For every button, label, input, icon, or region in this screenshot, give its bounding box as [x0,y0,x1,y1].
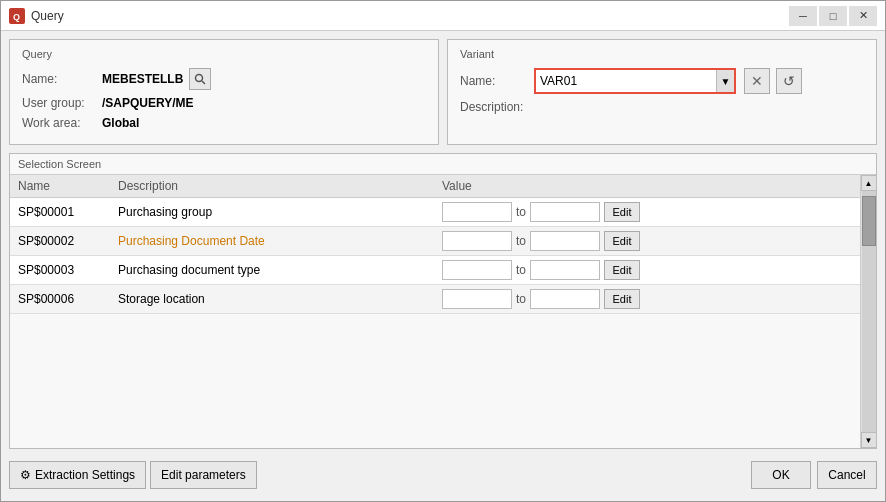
value-from-input[interactable] [442,260,512,280]
value-to-input[interactable] [530,231,600,251]
edit-button[interactable]: Edit [604,289,640,309]
extraction-settings-label: Extraction Settings [35,468,135,482]
description-row: Description: [460,100,864,114]
svg-text:Q: Q [13,12,20,22]
edit-button[interactable]: Edit [604,231,640,251]
variant-name-label: Name: [460,74,530,88]
row-description: Purchasing Document Date [110,227,434,256]
bottom-left-buttons: ⚙ Extraction Settings Edit parameters [9,461,257,489]
ok-button[interactable]: OK [751,461,811,489]
edit-parameters-button[interactable]: Edit parameters [150,461,257,489]
svg-point-2 [196,75,203,82]
row-name: SP$00006 [10,285,110,314]
to-label: to [516,292,526,306]
user-group-label: User group: [22,96,102,110]
col-header-description: Description [110,175,434,198]
table-row: SP$00006Storage location to Edit [10,285,860,314]
edit-parameters-label: Edit parameters [161,468,246,482]
col-header-value: Value [434,175,860,198]
extraction-settings-button[interactable]: ⚙ Extraction Settings [9,461,146,489]
row-description: Storage location [110,285,434,314]
to-label: to [516,234,526,248]
title-bar: Q Query ─ □ ✕ [1,1,885,31]
value-from-input[interactable] [442,289,512,309]
value-group: to Edit [442,289,852,309]
scrollbar[interactable]: ▲ ▼ [860,175,876,448]
selection-table: Name Description Value SP$00001Purchasin… [10,175,860,314]
value-to-input[interactable] [530,289,600,309]
refresh-icon: ↺ [783,73,795,89]
to-label: to [516,263,526,277]
work-area-label: Work area: [22,116,102,130]
value-from-input[interactable] [442,231,512,251]
work-area-row: Work area: Global [22,116,426,130]
window-body: Query Name: MEBESTELLB User group: /SAPQ… [1,31,885,501]
value-group: to Edit [442,260,852,280]
clear-icon: ✕ [751,73,763,89]
row-description: Purchasing group [110,198,434,227]
value-to-input[interactable] [530,202,600,222]
value-group: to Edit [442,231,852,251]
user-group-value: /SAPQUERY/ME [102,96,194,110]
row-value: to Edit [434,227,860,256]
cancel-button[interactable]: Cancel [817,461,877,489]
table-row: SP$00002Purchasing Document Date to Edit [10,227,860,256]
variant-dropdown-button[interactable]: ▼ [716,70,734,92]
query-panel: Query Name: MEBESTELLB User group: /SAPQ… [9,39,439,145]
variant-panel: Variant Name: ▼ ✕ ↺ [447,39,877,145]
chevron-down-icon: ▼ [721,76,731,87]
scroll-track [862,191,876,432]
window-controls: ─ □ ✕ [789,6,877,26]
name-row: Name: MEBESTELLB [22,68,426,90]
row-value: to Edit [434,256,860,285]
window-icon: Q [9,8,25,24]
row-name: SP$00001 [10,198,110,227]
query-panel-title: Query [22,48,426,60]
maximize-button[interactable]: □ [819,6,847,26]
value-to-input[interactable] [530,260,600,280]
variant-clear-button[interactable]: ✕ [744,68,770,94]
edit-button[interactable]: Edit [604,260,640,280]
table-with-scroll: Name Description Value SP$00001Purchasin… [10,175,876,448]
close-button[interactable]: ✕ [849,6,877,26]
selection-screen-title: Selection Screen [10,154,876,175]
gear-icon: ⚙ [20,468,31,482]
search-icon [194,73,206,85]
name-label: Name: [22,72,102,86]
value-from-input[interactable] [442,202,512,222]
row-value: to Edit [434,285,860,314]
variant-refresh-button[interactable]: ↺ [776,68,802,94]
description-label: Description: [460,100,530,114]
table-row: SP$00003Purchasing document type to Edit [10,256,860,285]
variant-name-row: Name: ▼ ✕ ↺ [460,68,864,94]
row-name: SP$00003 [10,256,110,285]
bottom-bar: ⚙ Extraction Settings Edit parameters OK… [9,457,877,493]
work-area-value: Global [102,116,139,130]
edit-button[interactable]: Edit [604,202,640,222]
top-panels: Query Name: MEBESTELLB User group: /SAPQ… [9,39,877,145]
scroll-down-button[interactable]: ▼ [861,432,877,448]
row-name: SP$00002 [10,227,110,256]
variant-select-wrapper: ▼ [534,68,736,94]
svg-line-3 [202,81,205,84]
table-row: SP$00001Purchasing group to Edit [10,198,860,227]
value-group: to Edit [442,202,852,222]
query-search-button[interactable] [189,68,211,90]
selection-screen-panel: Selection Screen Name Description Value … [9,153,877,449]
table-area: Name Description Value SP$00001Purchasin… [10,175,860,448]
user-group-row: User group: /SAPQUERY/ME [22,96,426,110]
row-value: to Edit [434,198,860,227]
window-title: Query [31,9,789,23]
variant-panel-title: Variant [460,48,864,60]
variant-name-input[interactable] [536,72,716,90]
row-description: Purchasing document type [110,256,434,285]
col-header-name: Name [10,175,110,198]
table-header-row: Name Description Value [10,175,860,198]
scroll-thumb[interactable] [862,196,876,246]
name-value: MEBESTELLB [102,72,183,86]
minimize-button[interactable]: ─ [789,6,817,26]
bottom-right-buttons: OK Cancel [751,461,877,489]
scroll-up-button[interactable]: ▲ [861,175,877,191]
to-label: to [516,205,526,219]
main-window: Q Query ─ □ ✕ Query Name: MEBESTELLB [0,0,886,502]
